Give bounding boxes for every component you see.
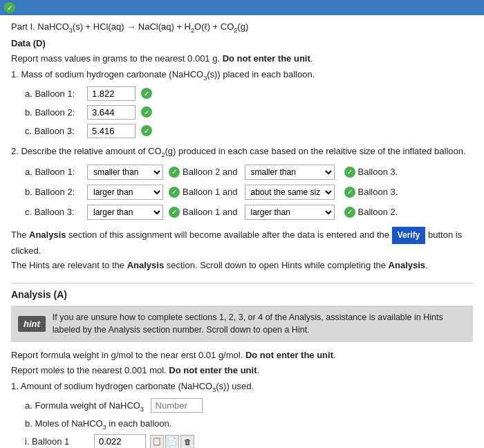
balloon-inputs-container: a. Balloon 1: ✓ b. Balloon 2: ✓ c. Ballo… — [25, 86, 473, 138]
do-not-enter-unit-label: Do not enter the unit — [223, 53, 310, 64]
analysis-bold-3: Analysis — [389, 260, 425, 270]
balloon-ref-c1-text: Balloon 1 and — [183, 207, 238, 217]
balloon-end-b-text: Balloon 3. — [358, 187, 398, 197]
dropdown-c-select1[interactable]: larger than smaller than about the same … — [87, 205, 163, 220]
balloon-ref-a1: ✓ Balloon 2 and — [169, 167, 241, 178]
dropdown-row-c: c. Balloon 3: larger than smaller than a… — [25, 205, 473, 220]
dropdown-a-select2[interactable]: smaller than larger than about the same … — [245, 165, 335, 180]
balloon-end-a-check-icon: ✓ — [344, 167, 355, 178]
analysis-note-line1: The Analysis section of this assignment … — [11, 227, 473, 259]
paste-icon-1b[interactable]: 📄 — [165, 435, 179, 448]
top-bar: ✓ — [0, 0, 484, 15]
balloon-row-2: b. Balloon 2: ✓ — [25, 105, 473, 120]
dropdown-a-select1[interactable]: smaller than larger than about the same … — [87, 165, 163, 180]
balloon-ref-c1-check-icon: ✓ — [169, 207, 180, 218]
reaction-title: Part I. NaHCO3(s) + HCl(aq) → NaCl(aq) +… — [11, 21, 473, 35]
analysis-instruction2: Report moles to the nearest 0.001 mol. D… — [11, 364, 473, 377]
formula-weight-label: a. Formula weight of NaHCO3 — [25, 400, 144, 411]
formula-weight-input[interactable] — [151, 398, 203, 413]
dropdown-c-select2[interactable]: larger than smaller than about the same … — [245, 205, 335, 220]
balloon-3-label: c. Balloon 3: — [25, 126, 87, 136]
balloon-3-input[interactable] — [87, 124, 136, 138]
balloon-ref-b1-text: Balloon 1 and — [183, 187, 238, 197]
formula-weight-row: a. Formula weight of NaHCO3 — [25, 398, 473, 414]
balloon-2-label: b. Balloon 2: — [25, 107, 87, 118]
moles-label: b. Moles of NaHCO3 in each balloon. — [25, 418, 473, 431]
balloon-end-c-check-icon: ✓ — [344, 207, 355, 218]
balloon-ref-b1: ✓ Balloon 1 and — [169, 187, 241, 198]
moles-balloon1-label: i. Balloon 1 — [25, 436, 94, 447]
moles-section: b. Moles of NaHCO3 in each balloon. — [25, 418, 473, 431]
question1-label: 1. Mass of sodium hydrogen carbonate (Na… — [11, 68, 473, 82]
dropdown-b-select2[interactable]: about the same size as smaller than larg… — [245, 185, 335, 200]
balloon-ref-c1: ✓ Balloon 1 and — [169, 207, 241, 218]
balloon-ref-a1-check-icon: ✓ — [169, 167, 180, 178]
dropdown-row-a: a. Balloon 1: smaller than larger than a… — [25, 165, 473, 180]
balloon-1-label: a. Balloon 1: — [25, 88, 87, 99]
analysis-bold-2: Analysis — [127, 260, 164, 270]
moles-balloon1-icons: 📋 📄 🗑 — [150, 435, 194, 448]
analysis-note-line2: The Hints are relevant to the Analysis s… — [11, 259, 473, 273]
dropdown-c-label: c. Balloon 3: — [25, 207, 87, 217]
copy-icon-1a[interactable]: 📋 — [150, 435, 164, 448]
hint-badge: hint — [18, 316, 46, 332]
balloon-row-3: c. Balloon 3: ✓ — [25, 124, 473, 138]
moles-balloon1-input[interactable] — [94, 434, 146, 448]
balloon-row-1: a. Balloon 1: ✓ — [25, 86, 473, 101]
analysis-section: Analysis (A) hint If you are unsure how … — [11, 283, 473, 448]
clear-icon-1c[interactable]: 🗑 — [180, 435, 194, 448]
balloon-end-c-text: Balloon 2. — [358, 207, 398, 217]
balloon-end-c: ✓ Balloon 2. — [339, 207, 398, 218]
dropdown-rows-container: a. Balloon 1: smaller than larger than a… — [25, 165, 473, 220]
dropdown-row-b: b. Balloon 2: larger than smaller than a… — [25, 185, 473, 200]
balloon-2-check-icon: ✓ — [141, 106, 152, 118]
dropdown-b-label: b. Balloon 2: — [25, 187, 87, 197]
analysis-title: Analysis (A) — [11, 289, 473, 300]
balloon-ref-a1-text: Balloon 2 and — [183, 167, 238, 177]
dropdown-a-label: a. Balloon 1: — [25, 167, 87, 177]
analysis-question1: 1. Amount of sodium hydrogen carbonate (… — [11, 380, 473, 394]
data-bold-label: Data (D) — [11, 38, 46, 48]
do-not-enter-unit-2: Do not enter the unit — [245, 350, 333, 360]
dropdown-b-select1[interactable]: larger than smaller than about the same … — [87, 185, 163, 200]
main-content: Part I. NaHCO3(s) + HCl(aq) → NaCl(aq) +… — [0, 15, 484, 448]
analysis-instruction1: Report formula weight in g/mol to the ne… — [11, 349, 473, 362]
hint-text: If you are unsure how to complete sectio… — [53, 311, 466, 337]
balloon-1-check-icon: ✓ — [141, 88, 152, 99]
balloon-2-input[interactable] — [87, 105, 136, 120]
formula-weight-label-row: a. Formula weight of NaHCO3 — [25, 398, 473, 414]
data-title: Data (D) — [11, 37, 473, 50]
balloon-end-b-check-icon: ✓ — [344, 187, 355, 198]
balloon-end-b: ✓ Balloon 3. — [339, 187, 398, 198]
data-instruction: Report mass values in grams to the neare… — [11, 53, 473, 65]
verify-button[interactable]: Verify — [392, 227, 426, 244]
reaction-text: Part I. NaHCO3(s) + HCl(aq) → NaCl(aq) +… — [11, 21, 248, 32]
balloon-1-input[interactable] — [87, 86, 136, 101]
top-checkmark-icon: ✓ — [4, 2, 15, 13]
balloon-end-a: ✓ Balloon 3. — [339, 167, 398, 178]
balloon-3-check-icon: ✓ — [141, 125, 152, 136]
question2-label: 2. Describe the relative amount of CO2(g… — [11, 145, 473, 159]
balloon-ref-b1-check-icon: ✓ — [169, 187, 180, 198]
moles-row-1: i. Balloon 1 📋 📄 🗑 — [25, 434, 473, 448]
hint-box: hint If you are unsure how to complete s… — [11, 306, 473, 343]
analysis-bold: Analysis — [29, 230, 66, 240]
do-not-enter-unit-3: Do not enter the unit — [169, 365, 257, 375]
data-section: Data (D) Report mass values in grams to … — [11, 37, 473, 220]
balloon-end-a-text: Balloon 3. — [358, 167, 398, 177]
analysis-note: The Analysis section of this assignment … — [11, 227, 473, 273]
